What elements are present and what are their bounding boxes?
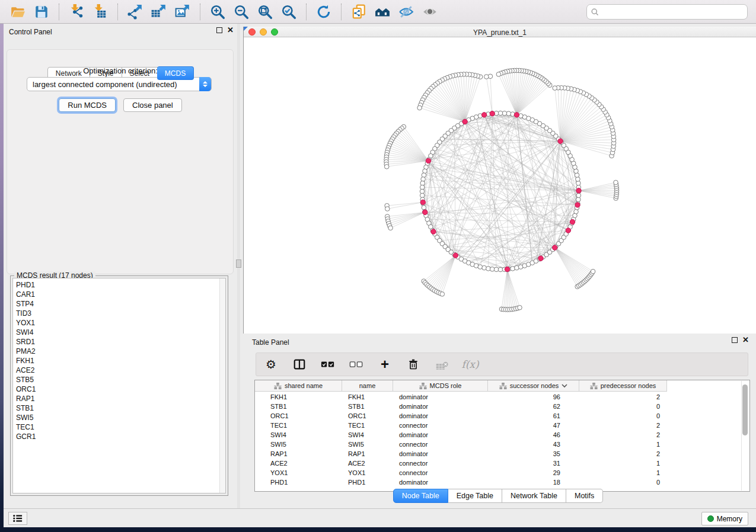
select-all-checkboxes-button[interactable] bbox=[320, 357, 336, 372]
table-row[interactable]: SWI4SWI4dominator462 bbox=[255, 430, 741, 440]
first-neighbors-button[interactable] bbox=[371, 2, 394, 21]
export-image-button[interactable] bbox=[171, 2, 194, 21]
table-cell[interactable]: 2 bbox=[579, 450, 667, 457]
table-cell[interactable]: SWI4 bbox=[342, 431, 393, 438]
table-row[interactable]: ACE2ACE2connector311 bbox=[255, 459, 741, 468]
table-cell[interactable]: ACE2 bbox=[342, 460, 393, 467]
table-cell[interactable]: dominator bbox=[393, 412, 488, 419]
table-cell[interactable]: 0 bbox=[579, 479, 667, 486]
mcds-result-list[interactable]: PHD1CAR1STP4TID3YOX1SWI4SRD1PMA2FKH1ACE2… bbox=[12, 278, 226, 493]
result-node-item[interactable]: PMA2 bbox=[13, 347, 225, 356]
hide-selected-button[interactable] bbox=[394, 2, 418, 21]
zoom-fit-button[interactable] bbox=[253, 2, 277, 21]
table-cell[interactable]: YOX1 bbox=[255, 469, 342, 476]
table-cell[interactable]: RAP1 bbox=[342, 450, 393, 457]
result-node-item[interactable]: TEC1 bbox=[13, 422, 225, 432]
table-cell[interactable]: 1 bbox=[579, 469, 667, 476]
table-row[interactable]: SWI5SWI5connector431 bbox=[255, 440, 741, 449]
tab-node-table[interactable]: Node Table bbox=[393, 489, 448, 503]
result-node-item[interactable]: RAP1 bbox=[13, 394, 225, 403]
result-node-item[interactable]: SRD1 bbox=[13, 337, 225, 347]
zoom-selected-button[interactable] bbox=[277, 2, 301, 21]
zoom-in-button[interactable] bbox=[206, 2, 229, 21]
result-node-item[interactable]: ORC1 bbox=[13, 384, 225, 394]
export-table-button[interactable] bbox=[147, 2, 171, 21]
table-row[interactable]: YOX1YOX1connector291 bbox=[255, 468, 741, 477]
table-cell[interactable]: 1 bbox=[579, 460, 667, 467]
table-cell[interactable]: 0 bbox=[579, 412, 667, 419]
table-cell[interactable]: dominator bbox=[393, 403, 488, 410]
export-network-button[interactable] bbox=[123, 2, 147, 21]
tab-edge-table[interactable]: Edge Table bbox=[448, 489, 502, 503]
result-node-item[interactable]: GCR1 bbox=[13, 432, 225, 441]
table-cell[interactable]: SWI5 bbox=[255, 441, 342, 448]
table-cell[interactable]: connector bbox=[393, 469, 488, 476]
table-cell[interactable]: 1 bbox=[579, 441, 667, 448]
zoom-out-button[interactable] bbox=[229, 2, 253, 21]
float-panel-icon[interactable] bbox=[216, 27, 222, 33]
table-cell[interactable]: STB1 bbox=[255, 403, 342, 410]
table-scrollbar[interactable] bbox=[741, 381, 748, 491]
tab-network-table[interactable]: Network Table bbox=[502, 489, 566, 503]
table-cell[interactable]: 62 bbox=[488, 403, 579, 410]
table-cell[interactable]: ORC1 bbox=[255, 412, 342, 419]
import-table-button[interactable] bbox=[88, 2, 112, 21]
float-table-panel-icon[interactable] bbox=[732, 337, 738, 343]
table-cell[interactable]: ORC1 bbox=[342, 412, 393, 419]
split-columns-button[interactable] bbox=[292, 357, 307, 372]
table-cell[interactable]: connector bbox=[393, 441, 488, 448]
column-header-MCDS-role[interactable]: MCDS role bbox=[393, 380, 488, 391]
close-table-panel-icon[interactable]: ✕ bbox=[742, 337, 749, 343]
table-cell[interactable]: dominator bbox=[393, 393, 488, 400]
result-node-item[interactable]: ACE2 bbox=[13, 366, 225, 375]
table-cell[interactable]: 35 bbox=[488, 450, 579, 457]
table-cell[interactable]: 0 bbox=[579, 403, 667, 410]
table-cell[interactable]: FKH1 bbox=[255, 393, 342, 400]
memory-button[interactable]: Memory bbox=[701, 512, 748, 525]
table-row[interactable]: ORC1ORC1dominator610 bbox=[255, 411, 741, 421]
table-row[interactable]: RAP1RAP1dominator352 bbox=[255, 449, 741, 459]
table-cell[interactable]: connector bbox=[393, 460, 488, 467]
column-header-shared-name[interactable]: shared name bbox=[255, 380, 342, 391]
table-cell[interactable]: 29 bbox=[488, 469, 579, 476]
add-column-button[interactable]: + bbox=[377, 357, 393, 372]
deselect-all-checkboxes-button[interactable] bbox=[349, 357, 364, 372]
open-file-button[interactable] bbox=[6, 2, 30, 21]
table-row[interactable]: FKH1FKH1dominator962 bbox=[255, 392, 741, 402]
column-header-predecessor-nodes[interactable]: predecessor nodes bbox=[579, 380, 667, 391]
table-cell[interactable]: PHD1 bbox=[342, 479, 393, 486]
task-history-button[interactable] bbox=[8, 512, 27, 525]
tab-mcds[interactable]: MCDS bbox=[157, 66, 194, 80]
table-cell[interactable]: 18 bbox=[488, 479, 579, 486]
result-node-item[interactable]: PHD1 bbox=[13, 280, 225, 290]
result-node-item[interactable]: STB1 bbox=[13, 403, 225, 413]
close-panel-icon[interactable]: ✕ bbox=[227, 27, 234, 33]
result-node-item[interactable]: STP4 bbox=[13, 299, 225, 309]
run-mcds-button[interactable]: Run MCDS bbox=[59, 98, 116, 112]
table-cell[interactable]: 96 bbox=[488, 393, 579, 400]
table-row[interactable]: TEC1TEC1connector472 bbox=[255, 421, 741, 430]
result-node-item[interactable]: TID3 bbox=[13, 309, 225, 318]
refresh-button[interactable] bbox=[312, 2, 336, 21]
clone-network-button[interactable] bbox=[347, 2, 371, 21]
table-cell[interactable]: 46 bbox=[488, 431, 579, 438]
table-row[interactable]: STB1STB1dominator620 bbox=[255, 402, 741, 411]
table-scrollbar-thumb[interactable] bbox=[742, 384, 748, 435]
search-input[interactable] bbox=[599, 8, 744, 16]
table-cell[interactable]: FKH1 bbox=[342, 393, 393, 400]
table-cell[interactable]: RAP1 bbox=[255, 450, 342, 457]
save-session-button[interactable] bbox=[30, 2, 53, 21]
close-panel-button[interactable]: Close panel bbox=[123, 98, 182, 112]
import-network-button[interactable] bbox=[65, 2, 88, 21]
table-cell[interactable]: 61 bbox=[488, 412, 579, 419]
table-cell[interactable]: YOX1 bbox=[342, 469, 393, 476]
result-node-item[interactable]: SWI4 bbox=[13, 328, 225, 337]
table-cell[interactable]: dominator bbox=[393, 450, 488, 457]
result-list-scrollbar[interactable] bbox=[219, 278, 225, 493]
network-titlebar[interactable]: YPA_prune.txt_1 bbox=[244, 27, 756, 37]
result-node-item[interactable]: CAR1 bbox=[13, 290, 225, 299]
result-node-item[interactable]: YOX1 bbox=[13, 318, 225, 328]
table-row[interactable]: PHD1PHD1dominator180 bbox=[255, 477, 741, 487]
result-node-item[interactable]: FKH1 bbox=[13, 356, 225, 366]
table-cell[interactable]: 2 bbox=[579, 422, 667, 429]
